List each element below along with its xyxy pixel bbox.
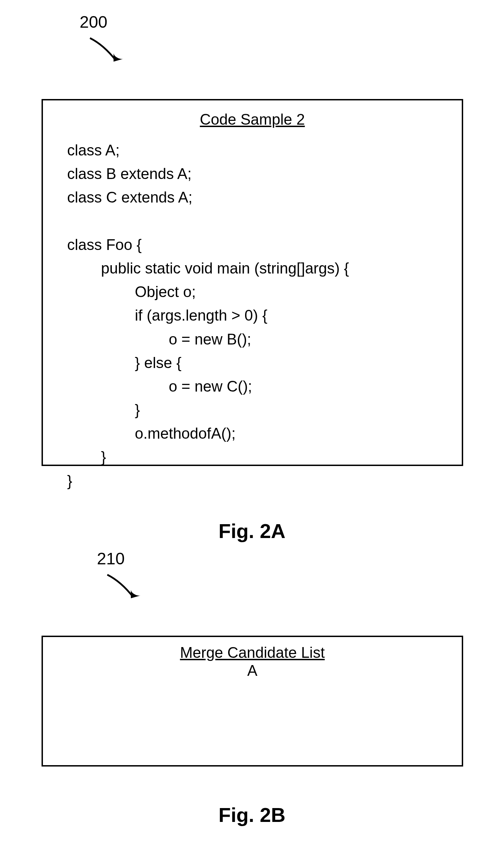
merge-candidate-content: A <box>43 662 462 679</box>
caption-fig-2b: Fig. 2B <box>0 803 504 826</box>
merge-candidate-title: Merge Candidate List <box>43 644 462 661</box>
ref-num-200: 200 <box>80 14 107 30</box>
merge-candidate-box: Merge Candidate List A <box>42 636 463 767</box>
code-sample-text: class A; class B extends A; class C exte… <box>67 138 462 493</box>
ref-num-210: 210 <box>97 550 125 567</box>
ref-arrow-210 <box>104 571 145 606</box>
caption-fig-2a: Fig. 2A <box>0 519 504 543</box>
code-sample-box: Code Sample 2 class A; class B extends A… <box>42 99 463 466</box>
ref-arrow-200 <box>87 35 128 69</box>
code-sample-title: Code Sample 2 <box>43 111 462 128</box>
